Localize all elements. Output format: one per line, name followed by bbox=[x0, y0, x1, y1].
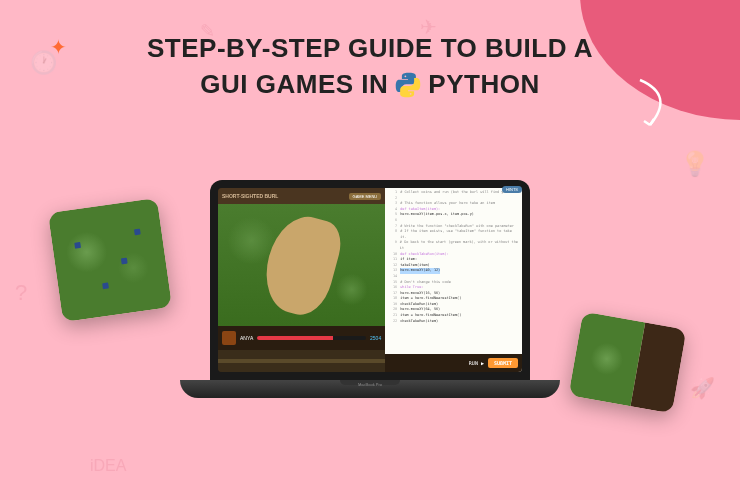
code-line: 8# If the item exists, use "takeItem" fu… bbox=[387, 229, 520, 240]
code-line: 1# Collect coins and run (but the burl w… bbox=[387, 190, 520, 196]
hints-badge[interactable]: HINTS bbox=[502, 186, 522, 193]
player-avatar bbox=[222, 331, 236, 345]
submit-button[interactable]: SUBMIT bbox=[488, 358, 518, 368]
code-footer: RUN ▶ SUBMIT bbox=[385, 354, 522, 372]
level-name: SHORT-SIGHTED BURL bbox=[222, 193, 278, 199]
python-logo-icon bbox=[394, 71, 422, 99]
terrain-strip bbox=[218, 350, 385, 372]
game-path bbox=[257, 209, 347, 321]
curved-arrow-icon bbox=[630, 75, 680, 135]
laptop-screen: HINTS SHORT-SIGHTED BURL GAME MENU ANYA … bbox=[210, 180, 530, 380]
hp-bar bbox=[257, 336, 366, 340]
doodle-bulb: 💡 bbox=[680, 150, 710, 178]
code-line: 9# Go back to the start (green mark), wi… bbox=[387, 240, 520, 251]
player-statusbar: ANYA 2504 bbox=[218, 326, 385, 350]
laptop-mockup: HINTS SHORT-SIGHTED BURL GAME MENU ANYA … bbox=[180, 180, 560, 398]
thumbnail-game-view bbox=[48, 198, 172, 322]
game-header: SHORT-SIGHTED BURL GAME MENU bbox=[218, 188, 385, 204]
screen-content: SHORT-SIGHTED BURL GAME MENU ANYA 2504 1… bbox=[218, 188, 522, 372]
game-pane: SHORT-SIGHTED BURL GAME MENU ANYA 2504 bbox=[218, 188, 385, 372]
code-editor[interactable]: 1# Collect coins and run (but the burl w… bbox=[385, 188, 522, 354]
doodle-idea: iDEA bbox=[90, 457, 126, 475]
spark-icon: ✦ bbox=[50, 35, 67, 59]
title-container: ✦ STEP-BY-STEP GUIDE TO BUILD A GUI GAME… bbox=[70, 30, 670, 103]
laptop-base: MacBook Pro bbox=[180, 380, 560, 398]
game-viewport[interactable] bbox=[218, 204, 385, 326]
code-line: 22 checkTakeRun(item) bbox=[387, 319, 520, 325]
doodle-rocket: 🚀 bbox=[690, 376, 715, 400]
game-menu-button[interactable]: GAME MENU bbox=[349, 193, 382, 200]
player-name: ANYA bbox=[240, 335, 253, 341]
title-line1: STEP-BY-STEP GUIDE TO BUILD A bbox=[147, 30, 593, 66]
title-text-after: PYTHON bbox=[428, 66, 539, 102]
title-text-before: GUI GAMES IN bbox=[200, 66, 388, 102]
code-pane: 1# Collect coins and run (but the burl w… bbox=[385, 188, 522, 372]
run-button[interactable]: RUN ▶ bbox=[469, 360, 484, 366]
thumbnail-right bbox=[568, 312, 686, 414]
laptop-model: MacBook Pro bbox=[358, 382, 382, 387]
thumbnail-left bbox=[48, 198, 172, 322]
title-line2: GUI GAMES IN PYTHON bbox=[70, 66, 670, 102]
doodle-question: ? bbox=[15, 280, 27, 306]
gems-count: 2504 bbox=[370, 335, 381, 341]
